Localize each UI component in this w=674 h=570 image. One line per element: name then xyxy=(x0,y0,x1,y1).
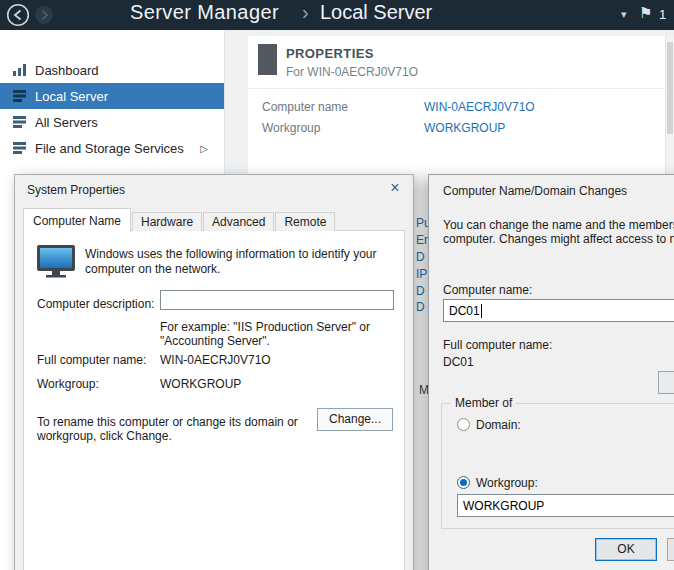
intro-text-line1: You can change the name and the membersh… xyxy=(443,218,674,232)
properties-tile-icon xyxy=(258,44,277,75)
close-icon[interactable]: × xyxy=(384,178,406,198)
example-text-line2: "Accounting Server". xyxy=(160,334,270,348)
full-computer-name-value: WIN-0AECRJ0V71O xyxy=(160,353,271,367)
dialog-title: System Properties xyxy=(27,183,125,197)
sidebar-item-local-server[interactable]: Local Server xyxy=(0,83,224,109)
workgroup-value: WORKGROUP xyxy=(463,499,544,513)
computer-description-input[interactable] xyxy=(160,290,394,310)
clipped-property-value[interactable]: D xyxy=(416,250,425,264)
clipped-property-value[interactable]: D xyxy=(416,300,425,314)
properties-subheading: For WIN-0AECRJ0V71O xyxy=(286,65,418,79)
monitor-icon xyxy=(36,244,76,282)
divider xyxy=(248,88,674,89)
breadcrumb-page-title: Local Server xyxy=(320,1,432,24)
intro-text-line2: computer. Changes might affect access to… xyxy=(443,232,674,246)
member-of-label: Member of xyxy=(451,396,516,410)
chevron-down-icon[interactable]: ▾ xyxy=(621,8,627,21)
storage-icon xyxy=(13,142,26,154)
workgroup-label: Workgroup xyxy=(262,121,320,135)
computer-name-label: Computer name: xyxy=(443,283,532,297)
server-manager-window: Server Manager › Local Server ▾ ⚑ 1 Dash… xyxy=(0,0,674,570)
sidebar-item-dashboard[interactable]: Dashboard xyxy=(0,57,224,83)
computer-name-input[interactable]: DC01 xyxy=(443,299,674,322)
server-icon xyxy=(13,90,26,102)
example-text-line1: For example: "IIS Production Server" or xyxy=(160,320,370,334)
properties-heading: PROPERTIES xyxy=(286,46,374,61)
domain-radio[interactable] xyxy=(457,418,470,431)
domain-changes-dialog: Computer Name/Domain Changes You can cha… xyxy=(428,174,674,570)
workgroup-radio[interactable] xyxy=(457,476,470,489)
sidebar-item-file-storage-services[interactable]: File and Storage Services ▷ xyxy=(0,135,224,161)
clipped-property-value[interactable]: D xyxy=(416,284,425,298)
sidebar-item-label: Local Server xyxy=(35,89,108,104)
notification-flag-icon[interactable]: ⚑ xyxy=(639,4,652,22)
tab-advanced[interactable]: Advanced xyxy=(203,212,274,231)
computer-name-label: Computer name xyxy=(262,100,348,114)
more-button-clipped[interactable] xyxy=(658,371,674,394)
rename-hint-line2: workgroup, click Change. xyxy=(37,429,172,443)
full-computer-name-label: Full computer name: xyxy=(37,353,146,367)
workgroup-radio-label: Workgroup: xyxy=(476,476,538,490)
dialog-title: Computer Name/Domain Changes xyxy=(443,184,627,198)
computer-description-label: Computer description: xyxy=(37,297,154,311)
domain-radio-label: Domain: xyxy=(476,418,521,432)
breadcrumb-separator: › xyxy=(302,1,309,24)
rename-hint-line1: To rename this computer or change its do… xyxy=(37,415,298,429)
top-bar: Server Manager › Local Server ▾ ⚑ 1 xyxy=(0,0,674,30)
back-arrow-icon[interactable] xyxy=(6,3,30,31)
cancel-button-clipped[interactable] xyxy=(667,538,674,561)
ok-button[interactable]: OK xyxy=(595,538,657,561)
full-computer-name-label: Full computer name: xyxy=(443,338,552,352)
intro-text: Windows uses the following information t… xyxy=(85,247,389,277)
expand-arrow-icon[interactable]: ▷ xyxy=(200,143,208,154)
tab-page: Windows uses the following information t… xyxy=(23,230,405,570)
scrollbar-thumb[interactable] xyxy=(667,42,673,134)
tab-remote[interactable]: Remote xyxy=(275,212,335,231)
tab-computer-name[interactable]: Computer Name xyxy=(23,208,131,232)
sidebar-item-label: All Servers xyxy=(35,115,98,130)
clipped-property-value[interactable]: IP xyxy=(416,267,427,281)
tab-hardware[interactable]: Hardware xyxy=(132,212,202,231)
sidebar-item-label: Dashboard xyxy=(35,63,99,78)
tab-strip: Computer Name Hardware Advanced Remote xyxy=(23,208,336,231)
full-computer-name-value: DC01 xyxy=(443,355,474,369)
computer-name-value: DC01 xyxy=(449,304,480,318)
workgroup-label: Workgroup: xyxy=(37,377,99,391)
computer-name-link[interactable]: WIN-0AECRJ0V71O xyxy=(424,100,535,114)
servers-icon xyxy=(13,116,26,128)
sidebar-item-all-servers[interactable]: All Servers xyxy=(0,109,224,135)
text-cursor xyxy=(481,304,482,318)
change-button[interactable]: Change... xyxy=(317,408,393,431)
workgroup-input[interactable]: WORKGROUP xyxy=(457,494,674,517)
notification-count: 1 xyxy=(659,7,666,22)
sidebar-item-label: File and Storage Services xyxy=(35,141,184,156)
dashboard-icon xyxy=(13,64,26,76)
system-properties-dialog: System Properties × Computer Name Hardwa… xyxy=(14,174,414,570)
forward-arrow-icon[interactable] xyxy=(34,5,54,29)
workgroup-value: WORKGROUP xyxy=(160,377,241,391)
app-title: Server Manager xyxy=(130,1,279,24)
workgroup-link[interactable]: WORKGROUP xyxy=(424,121,505,135)
